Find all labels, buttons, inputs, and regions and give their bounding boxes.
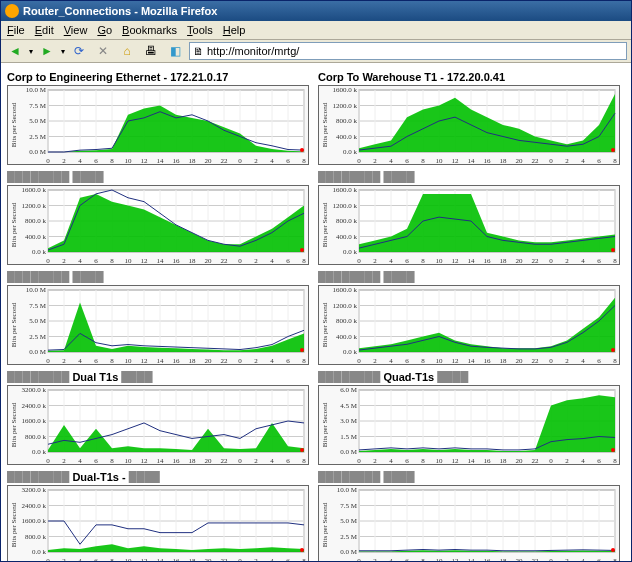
svg-text:16: 16 bbox=[173, 157, 181, 164]
svg-text:800.0 k: 800.0 k bbox=[25, 533, 47, 541]
firefox-icon bbox=[5, 4, 19, 18]
stop-button[interactable]: ✕ bbox=[93, 41, 113, 61]
svg-text:0: 0 bbox=[549, 257, 553, 264]
svg-text:0.0 k: 0.0 k bbox=[343, 348, 358, 356]
svg-text:7.5 M: 7.5 M bbox=[29, 302, 47, 310]
svg-text:18: 18 bbox=[500, 157, 508, 164]
svg-text:400.0 k: 400.0 k bbox=[336, 233, 358, 241]
svg-text:16: 16 bbox=[173, 257, 181, 264]
page-content: Corp to Engineering Ethernet - 172.21.0.… bbox=[1, 63, 631, 561]
svg-text:12: 12 bbox=[141, 157, 149, 164]
svg-text:6: 6 bbox=[597, 457, 601, 464]
reload-button[interactable]: ⟳ bbox=[69, 41, 89, 61]
svg-text:Bits per Second: Bits per Second bbox=[10, 202, 18, 247]
svg-text:0: 0 bbox=[357, 357, 361, 364]
home-button[interactable]: ⌂ bbox=[117, 41, 137, 61]
svg-text:22: 22 bbox=[221, 357, 229, 364]
svg-text:6: 6 bbox=[286, 357, 290, 364]
svg-text:0.0 k: 0.0 k bbox=[343, 148, 358, 156]
svg-text:4: 4 bbox=[270, 557, 274, 561]
menu-go[interactable]: Go bbox=[97, 24, 112, 36]
svg-text:8: 8 bbox=[421, 257, 425, 264]
svg-text:14: 14 bbox=[468, 457, 476, 464]
svg-text:Bits per Second: Bits per Second bbox=[321, 402, 329, 447]
svg-text:2: 2 bbox=[254, 457, 258, 464]
svg-text:8: 8 bbox=[302, 557, 306, 561]
svg-text:4: 4 bbox=[581, 357, 585, 364]
menu-bookmarks[interactable]: Bookmarks bbox=[122, 24, 177, 36]
svg-text:1600.0 k: 1600.0 k bbox=[22, 517, 47, 525]
back-button[interactable]: ◄ bbox=[5, 41, 25, 61]
chart-title: ████████ ████ bbox=[318, 271, 625, 283]
svg-text:0: 0 bbox=[238, 557, 242, 561]
svg-text:5.0 M: 5.0 M bbox=[29, 117, 47, 125]
svg-text:400.0 k: 400.0 k bbox=[25, 233, 47, 241]
svg-text:2400.0 k: 2400.0 k bbox=[22, 402, 47, 410]
svg-text:8: 8 bbox=[421, 557, 425, 561]
svg-text:20: 20 bbox=[516, 457, 524, 464]
svg-text:0: 0 bbox=[238, 457, 242, 464]
svg-text:12: 12 bbox=[141, 257, 149, 264]
svg-text:2: 2 bbox=[373, 257, 377, 264]
svg-text:6: 6 bbox=[405, 357, 409, 364]
svg-text:0: 0 bbox=[549, 157, 553, 164]
svg-text:20: 20 bbox=[205, 257, 213, 264]
svg-text:6: 6 bbox=[286, 557, 290, 561]
svg-text:4: 4 bbox=[389, 157, 393, 164]
svg-text:2: 2 bbox=[254, 557, 258, 561]
forward-button[interactable]: ► bbox=[37, 41, 57, 61]
new-tab-button[interactable]: ◧ bbox=[165, 41, 185, 61]
svg-text:4.5 M: 4.5 M bbox=[340, 402, 358, 410]
svg-text:6: 6 bbox=[405, 557, 409, 561]
menu-file[interactable]: File bbox=[7, 24, 25, 36]
svg-text:14: 14 bbox=[157, 457, 165, 464]
menu-view[interactable]: View bbox=[64, 24, 88, 36]
print-button[interactable]: 🖶 bbox=[141, 41, 161, 61]
svg-text:14: 14 bbox=[157, 357, 165, 364]
svg-text:Bits per Second: Bits per Second bbox=[10, 502, 18, 547]
svg-text:1200.0 k: 1200.0 k bbox=[333, 102, 358, 110]
svg-text:4: 4 bbox=[581, 257, 585, 264]
url-bar[interactable]: 🗎 http://monitor/mrtg/ bbox=[189, 42, 627, 60]
svg-text:16: 16 bbox=[173, 557, 181, 561]
svg-point-426 bbox=[611, 548, 615, 552]
svg-text:20: 20 bbox=[205, 457, 213, 464]
svg-text:10: 10 bbox=[125, 457, 133, 464]
svg-text:20: 20 bbox=[516, 357, 524, 364]
svg-text:6: 6 bbox=[597, 257, 601, 264]
svg-text:10: 10 bbox=[125, 357, 133, 364]
svg-text:0: 0 bbox=[357, 257, 361, 264]
svg-text:2: 2 bbox=[373, 357, 377, 364]
svg-point-246 bbox=[611, 348, 615, 352]
svg-text:14: 14 bbox=[157, 557, 165, 561]
menu-edit[interactable]: Edit bbox=[35, 24, 54, 36]
svg-text:1600.0 k: 1600.0 k bbox=[22, 186, 47, 194]
svg-text:8: 8 bbox=[110, 357, 114, 364]
svg-text:16: 16 bbox=[484, 157, 492, 164]
svg-text:2: 2 bbox=[565, 457, 569, 464]
svg-text:Bits per Second: Bits per Second bbox=[10, 102, 18, 147]
svg-text:Bits per Second: Bits per Second bbox=[321, 102, 329, 147]
svg-text:2: 2 bbox=[62, 457, 66, 464]
menu-help[interactable]: Help bbox=[223, 24, 246, 36]
svg-text:14: 14 bbox=[468, 257, 476, 264]
svg-text:18: 18 bbox=[189, 457, 197, 464]
mrtg-chart: 10.0 M7.5 M5.0 M2.5 M0.0 M02468101214161… bbox=[7, 285, 309, 365]
menubar[interactable]: File Edit View Go Bookmarks Tools Help bbox=[1, 21, 631, 40]
svg-text:2400.0 k: 2400.0 k bbox=[22, 502, 47, 510]
svg-text:800.0 k: 800.0 k bbox=[336, 117, 358, 125]
svg-text:8: 8 bbox=[613, 257, 617, 264]
menu-tools[interactable]: Tools bbox=[187, 24, 213, 36]
svg-text:6: 6 bbox=[94, 557, 98, 561]
svg-text:10: 10 bbox=[436, 357, 444, 364]
svg-text:0: 0 bbox=[549, 457, 553, 464]
svg-text:6: 6 bbox=[94, 357, 98, 364]
svg-text:0: 0 bbox=[549, 357, 553, 364]
svg-text:4: 4 bbox=[270, 457, 274, 464]
svg-text:2.5 M: 2.5 M bbox=[29, 333, 47, 341]
svg-text:8: 8 bbox=[421, 157, 425, 164]
page-icon: 🗎 bbox=[193, 45, 204, 57]
svg-text:16: 16 bbox=[484, 257, 492, 264]
svg-text:10: 10 bbox=[125, 157, 133, 164]
svg-text:22: 22 bbox=[532, 557, 540, 561]
